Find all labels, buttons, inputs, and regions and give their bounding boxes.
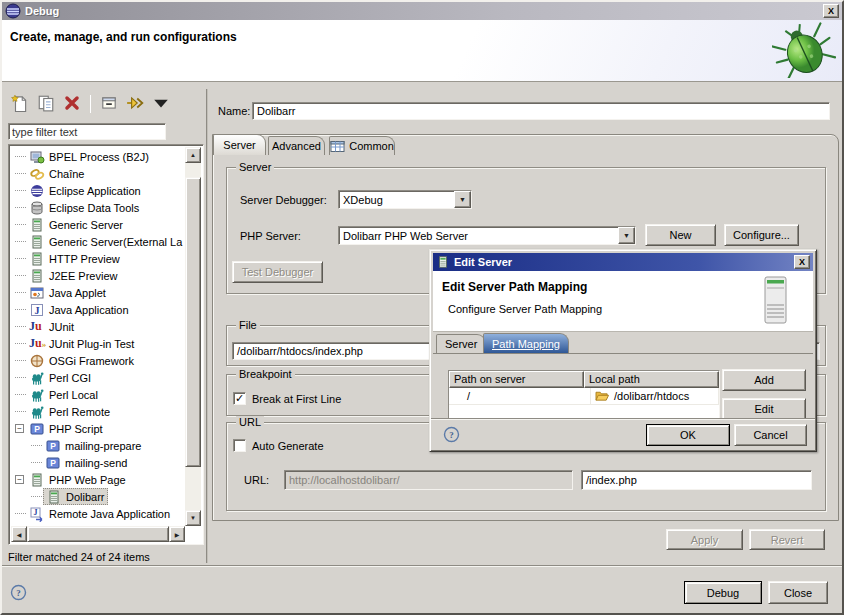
tab-common[interactable]: Common [329, 136, 395, 155]
duplicate-configuration-button[interactable] [36, 94, 56, 114]
window-titlebar[interactable]: Debug X [2, 2, 842, 20]
svg-text:?: ? [16, 588, 21, 598]
tree-item-mailing-send[interactable]: Pmailing-send [11, 454, 184, 471]
tree-item-php-web-page[interactable]: −PHP Web Page [11, 471, 184, 488]
ok-button[interactable]: OK [646, 424, 730, 446]
new-configuration-button[interactable] [10, 94, 30, 114]
tree-item-osgi-framework[interactable]: OSGi Framework [11, 352, 184, 369]
tree-item-eclipse-application[interactable]: Eclipse Application [11, 182, 184, 199]
tree-item-junit[interactable]: JuJUnit [11, 318, 184, 335]
scroll-left-icon[interactable]: ◀ [11, 526, 27, 542]
tree-item-label: Generic Server [49, 219, 123, 231]
scroll-down-icon[interactable]: ▼ [185, 510, 201, 526]
auto-generate-checkbox[interactable] [233, 439, 246, 452]
java-icon: J [29, 302, 45, 318]
collapse-all-button[interactable] [99, 94, 119, 114]
filter-input[interactable] [8, 123, 166, 140]
tree-item-j2ee-preview[interactable]: J2EE Preview [11, 267, 184, 284]
php-icon: P [45, 455, 61, 471]
collapse-expander-icon[interactable]: − [15, 475, 24, 484]
tree-item-junit-plug-in-test[interactable]: Ju»JUnit Plug-in Test [11, 335, 184, 352]
dialog-heading: Edit Server Path Mapping [442, 280, 587, 294]
scroll-up-icon[interactable]: ▲ [185, 147, 201, 163]
new-server-button[interactable]: New [645, 224, 716, 246]
bpel-icon [29, 149, 45, 165]
filter-configurations-button[interactable] [125, 94, 145, 114]
break-first-line-checkbox[interactable]: ✓ [233, 392, 246, 405]
server-debugger-select[interactable]: XDebug ▼ [338, 190, 472, 209]
test-debugger-button[interactable]: Test Debugger [232, 261, 323, 283]
tree-item-php-script[interactable]: −PPHP Script [11, 420, 184, 437]
url-group-label: URL [236, 416, 264, 428]
tree-item-generic-server-external-la[interactable]: Generic Server(External La [11, 233, 184, 250]
name-field[interactable]: Dolibarr [252, 102, 830, 120]
mapping-row-empty[interactable] [449, 405, 719, 419]
scroll-right-icon[interactable]: ▶ [169, 526, 185, 542]
tree-item-perl-local[interactable]: Perl Local [11, 386, 184, 403]
debug-button[interactable]: Debug [684, 581, 762, 604]
help-icon[interactable]: ? [10, 584, 27, 601]
tab-advanced[interactable]: Advanced [268, 136, 325, 155]
tree-item-generic-server[interactable]: Generic Server [11, 216, 184, 233]
tree-item-perl-remote[interactable]: Perl Remote [11, 403, 184, 420]
horizontal-scroll-thumb[interactable] [27, 526, 169, 542]
apply-button[interactable]: Apply [666, 529, 743, 550]
chevron-down-icon[interactable]: ▼ [618, 227, 635, 244]
column-local-path[interactable]: Local path [584, 371, 719, 388]
dialog-tab-path-mapping[interactable]: Path Mapping [483, 333, 569, 353]
tree-item-label: BPEL Process (B2J) [49, 151, 149, 163]
tree-item-http-preview[interactable]: HTTP Preview [11, 250, 184, 267]
collapse-expander-icon[interactable]: − [15, 424, 24, 433]
revert-button[interactable]: Revert [749, 529, 825, 550]
edit-server-titlebar[interactable]: Edit Server X [433, 253, 813, 271]
tree-item-cha-ne[interactable]: Chaîne [11, 165, 184, 182]
tree-item-java-applet[interactable]: Java Applet [11, 284, 184, 301]
vertical-scroll-thumb[interactable] [185, 177, 201, 467]
tree-item-bpel-process-b2j[interactable]: BPEL Process (B2J) [11, 148, 184, 165]
url-path-field[interactable]: /index.php [581, 470, 812, 490]
tree-item-mailing-prepare[interactable]: Pmailing-prepare [11, 437, 184, 454]
tree-item-label: OSGi Framework [49, 355, 134, 367]
column-path-on-server[interactable]: Path on server [449, 371, 584, 388]
mapping-row[interactable]: //dolibarr/htdocs [449, 388, 719, 405]
filter-menu-button[interactable] [151, 94, 171, 114]
tree-connector [31, 445, 42, 446]
php-server-select[interactable]: Dolibarr PHP Web Server ▼ [338, 226, 636, 245]
tree-horizontal-scrollbar[interactable]: ◀ ▶ [11, 526, 185, 542]
panel-sash[interactable] [206, 89, 208, 563]
close-button[interactable]: Close [768, 581, 828, 604]
help-icon[interactable]: ? [443, 426, 460, 443]
configure-server-button[interactable]: Configure... [724, 224, 799, 246]
tree-item-label: Eclipse Data Tools [49, 202, 139, 214]
dialog-close-button[interactable]: X [794, 255, 810, 269]
svg-text:P: P [50, 458, 56, 468]
delete-configuration-button[interactable] [62, 94, 82, 114]
chevron-down-icon[interactable]: ▼ [454, 191, 471, 208]
name-label: Name: [218, 105, 250, 117]
configurations-toolbar [10, 92, 171, 116]
dialog-tab-server[interactable]: Server [436, 334, 486, 353]
toolbar-separator [90, 95, 91, 113]
tree-item-label: Chaîne [49, 168, 84, 180]
tree-item-label: Dolibarr [66, 491, 105, 503]
tree-item-eclipse-data-tools[interactable]: Eclipse Data Tools [11, 199, 184, 216]
tree-vertical-scrollbar[interactable]: ▲ ▼ [185, 147, 201, 526]
tree-item-perl-cgi[interactable]: Perl CGI [11, 369, 184, 386]
tree-item-dolibarr[interactable]: Dolibarr [11, 488, 184, 505]
tree-item-java-application[interactable]: JJava Application [11, 301, 184, 318]
dialog-banner: Create, manage, and run configurations [2, 20, 842, 82]
cancel-button[interactable]: Cancel [734, 424, 807, 446]
window-close-button[interactable]: X [823, 4, 839, 18]
tree-connector [15, 360, 26, 361]
tab-server[interactable]: Server [213, 134, 266, 155]
table-icon [330, 139, 345, 154]
svg-text:P: P [50, 441, 56, 451]
edit-mapping-button[interactable]: Edit [722, 398, 806, 420]
duplicate-icon [37, 94, 55, 114]
svg-text:J: J [35, 304, 40, 315]
tree-item-label: Java Applet [49, 287, 106, 299]
add-mapping-button[interactable]: Add [722, 369, 806, 391]
svg-text:P: P [34, 424, 40, 434]
tree-item-remote-java-application[interactable]: JRemote Java Application [11, 505, 184, 522]
tree-item-label: HTTP Preview [49, 253, 120, 265]
